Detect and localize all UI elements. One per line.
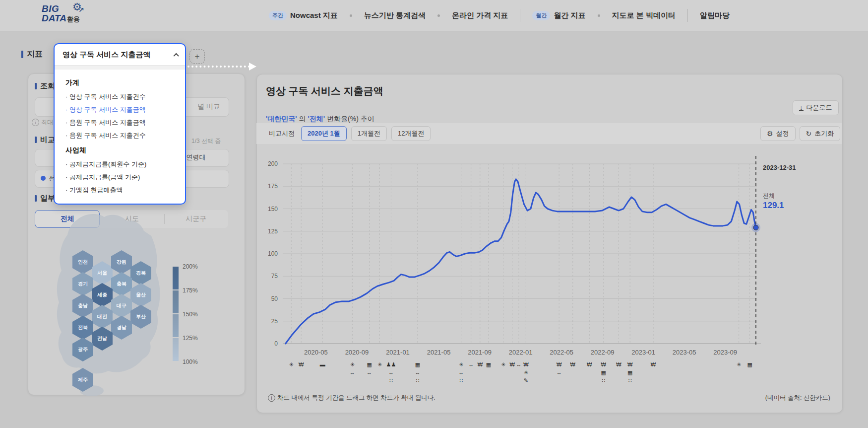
nav-item-8[interactable]: 지도로 본 빅데이터 xyxy=(600,11,687,20)
distance-icon: ↔ xyxy=(367,369,372,376)
settings-button[interactable]: ⚙ 설정 xyxy=(760,126,796,141)
virus-icon: ✳ xyxy=(459,361,463,368)
region-tab-시군구[interactable]: 시군구 xyxy=(164,210,228,228)
period-compare-button-partial[interactable]: 별 비교 xyxy=(197,102,220,111)
subtitle-mid: 의 xyxy=(297,115,308,123)
nav-item-label: 온라인 가격 지표 xyxy=(452,11,508,20)
annotation-date: 2023-12-31 xyxy=(763,164,796,171)
download-label: 다운로드 xyxy=(806,103,832,112)
virus-icon: ✳ xyxy=(524,369,528,376)
dropdown-scroll-track[interactable] xyxy=(55,65,185,70)
query-section-header: 조회 xyxy=(35,81,55,91)
building-icon: ▦ xyxy=(367,361,372,368)
won-icon: ₩ xyxy=(570,361,575,368)
annotation-value: 129.1 xyxy=(763,201,784,211)
won-icon: ₩ xyxy=(616,361,621,368)
svg-text:50: 50 xyxy=(271,295,278,302)
svg-text:200: 200 xyxy=(268,160,278,167)
dropdown-item[interactable]: · 공제금지급률(금액 기준) xyxy=(55,171,185,184)
svg-text:150: 150 xyxy=(268,206,278,213)
dropdown-item[interactable]: · 음원 구독 서비스 지출금액 xyxy=(55,116,185,129)
section-bar xyxy=(35,83,37,89)
pen-icon: ✎ xyxy=(524,377,528,384)
dropdown-group-title: 가계 xyxy=(55,74,185,90)
nav-item-label: 지도로 본 빅데이터 xyxy=(612,11,676,20)
download-button[interactable]: ↓ 다운로드 xyxy=(793,100,839,115)
metric-dropdown: 영상 구독 서비스 지출금액 가계· 영상 구독 서비스 지출건수· 영상 구독… xyxy=(54,43,186,205)
annotation-series-label: 전체 xyxy=(763,192,775,200)
nav-badge: 월간 xyxy=(532,11,550,20)
legend-label: 100% xyxy=(183,358,198,365)
period-button-12개월전[interactable]: 12개월전 xyxy=(391,126,431,141)
svg-text:175: 175 xyxy=(268,183,278,190)
building-icon: ▦ xyxy=(601,369,606,376)
nav-item-label: 월간 지표 xyxy=(554,11,585,20)
reset-label: 초기화 xyxy=(814,129,834,138)
won-icon: ₩ xyxy=(510,361,515,368)
compare-point-label: 비교시점 xyxy=(269,129,295,138)
distance-icon: ↔ xyxy=(458,369,464,376)
building-icon: ▦ xyxy=(747,361,752,368)
metric-label-text: 지표 xyxy=(27,49,43,60)
refresh-icon: ↻ xyxy=(806,130,812,138)
svg-text:2022-09: 2022-09 xyxy=(591,349,615,356)
nav-badge: 주간 xyxy=(269,11,287,20)
building-icon: ▦ xyxy=(627,369,632,376)
subtitle-series: '전체' xyxy=(308,115,325,123)
selection-count: 1/3 선택 중 xyxy=(191,137,221,145)
dropdown-item[interactable]: · 음원 구독 서비스 지출건수 xyxy=(55,129,185,142)
svg-text:2023-01: 2023-01 xyxy=(631,349,655,356)
svg-text:2022-05: 2022-05 xyxy=(550,349,573,356)
chart-hint-text: 차트 내에서 특정 기간을 드래그 하면 차트가 확대 됩니다. xyxy=(277,394,435,402)
section-bar xyxy=(35,137,37,143)
subtitle-country: '대한민국' xyxy=(266,115,297,123)
region-tab-label: 시군구 xyxy=(186,214,206,223)
svg-text:75: 75 xyxy=(271,273,278,280)
nav-menu: 주간Nowcast 지표뉴스기반 통계검색온라인 가격 지표월간월간 지표지도로… xyxy=(257,0,742,31)
tour-arrow-line xyxy=(187,66,250,68)
nav-item-label: Nowcast 지표 xyxy=(290,11,338,20)
dropdown-item[interactable]: · 가맹점 현금매출액 xyxy=(55,184,185,197)
radio-all[interactable]: 전 xyxy=(41,174,55,183)
won-icon: ₩ xyxy=(651,361,656,368)
distance-icon: ↔ xyxy=(516,361,522,368)
tour-arrow-icon xyxy=(249,63,256,71)
nav-item-label: 알림마당 xyxy=(700,11,730,20)
nav-item-0[interactable]: 주간Nowcast 지표 xyxy=(257,11,350,20)
dots-icon: ∷ xyxy=(416,377,419,384)
logo-arrow-icon: ↗ xyxy=(78,6,84,14)
virus-icon: ✳ xyxy=(350,361,355,368)
query-label: 조회 xyxy=(40,81,55,91)
compare-section-header: 비교 xyxy=(35,135,55,144)
nav-item-4[interactable]: 온라인 가격 지표 xyxy=(440,11,520,20)
legend-label: 125% xyxy=(183,335,198,342)
data-source: (데이터 출처: 신한카드) xyxy=(724,394,830,402)
period-button-2020년 1월[interactable]: 2020년 1월 xyxy=(301,126,347,141)
svg-text:25: 25 xyxy=(271,318,278,325)
section-bar xyxy=(21,51,23,58)
logo-line2: DATA xyxy=(42,13,66,23)
subtitle-rest: 변화율(%) 추이 xyxy=(325,115,374,123)
reset-button[interactable]: ↻ 초기화 xyxy=(800,126,841,141)
selected-metric: 영상 구독 서비스 지출금액 xyxy=(62,50,151,60)
nav-item-10[interactable]: 알림마당 xyxy=(688,11,742,20)
distance-icon: ↔ xyxy=(350,369,355,376)
won-icon: ₩ xyxy=(601,361,606,368)
svg-text:0: 0 xyxy=(274,340,278,347)
period-button-1개월전[interactable]: 1개월전 xyxy=(351,126,387,141)
dropdown-item[interactable]: · 영상 구독 서비스 지출금액 xyxy=(55,103,185,116)
dropdown-item[interactable]: · 공제금지급률(회원수 기준) xyxy=(55,158,185,171)
dropdown-item[interactable]: · 영상 구독 서비스 지출건수 xyxy=(55,90,185,103)
page: BIG DATA활용 ⚙ ↗ 주간Nowcast 지표뉴스기반 통계검색온라인 … xyxy=(0,0,868,428)
legend-color-segment xyxy=(173,290,179,313)
korea-map-silhouette xyxy=(50,211,169,400)
legend-label: 150% xyxy=(183,311,198,318)
metric-dropdown-toggle[interactable]: 영상 구독 서비스 지출금액 xyxy=(55,44,185,65)
nav-item-6[interactable]: 월간월간 지표 xyxy=(520,11,597,20)
add-metric-button[interactable]: + xyxy=(189,49,205,64)
dots-icon: ∷ xyxy=(628,377,632,384)
nav-item-2[interactable]: 뉴스기반 통계검색 xyxy=(352,11,437,20)
line-chart[interactable]: 02550751001251501752002020-052020-092021… xyxy=(268,154,769,357)
svg-text:2021-01: 2021-01 xyxy=(386,349,410,356)
svg-text:100: 100 xyxy=(268,250,278,257)
